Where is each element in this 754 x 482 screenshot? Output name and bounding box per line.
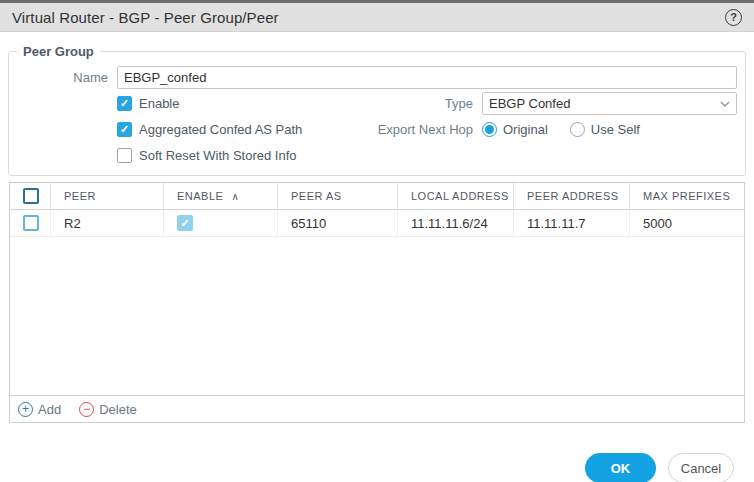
peers-table: PEER ENABLE ∧ PEER AS LOCAL ADDRESS PEER… <box>9 182 745 423</box>
name-row: Name <box>9 66 737 89</box>
cell-enable[interactable] <box>163 210 277 236</box>
enable-checkbox-label: Enable <box>139 96 179 111</box>
soft-reset-checkbox-label: Soft Reset With Stored Info <box>139 148 297 163</box>
name-label: Name <box>9 70 117 85</box>
table-row[interactable]: R2 65110 11.11.11.6/24 11.11.11.7 5000 <box>10 210 744 237</box>
export-next-hop-radio-group: Original Use Self <box>482 122 640 137</box>
column-header-enable[interactable]: ENABLE ∧ <box>163 183 277 209</box>
cell-peer-address[interactable]: 11.11.11.7 <box>513 210 629 236</box>
soft-reset-checkbox[interactable] <box>117 148 132 163</box>
cell-peer-as[interactable]: 65110 <box>277 210 397 236</box>
type-label: Type <box>369 96 482 111</box>
column-header-max-prefixes[interactable]: MAX PREFIXES <box>629 183 744 209</box>
column-header-peer[interactable]: PEER <box>50 183 163 209</box>
aggregated-confed-checkbox[interactable] <box>117 122 132 137</box>
column-header-peer-as[interactable]: PEER AS <box>277 183 397 209</box>
name-input[interactable] <box>117 66 737 89</box>
type-select[interactable]: EBGP Confed <box>482 92 737 115</box>
original-radio[interactable] <box>482 122 497 137</box>
use-self-radio[interactable] <box>570 122 585 137</box>
ok-button[interactable]: OK <box>585 453 656 482</box>
aggregated-confed-checkbox-label: Aggregated Confed AS Path <box>139 122 302 137</box>
add-plus-icon: + <box>18 402 33 417</box>
enable-type-row: Enable Type EBGP Confed <box>9 92 737 115</box>
delete-minus-icon: − <box>79 402 94 417</box>
soft-reset-row: Soft Reset With Stored Info <box>9 144 737 167</box>
cell-peer[interactable]: R2 <box>50 210 163 236</box>
row-select-checkbox[interactable] <box>23 215 39 231</box>
dialog-content: Peer Group Name Enable Type EBGP Confed <box>0 32 754 482</box>
help-icon[interactable]: ? <box>725 9 742 26</box>
dialog-titlebar: Virtual Router - BGP - Peer Group/Peer ? <box>0 0 754 32</box>
peer-group-legend: Peer Group <box>17 44 100 59</box>
dialog-title: Virtual Router - BGP - Peer Group/Peer <box>12 9 279 26</box>
delete-button[interactable]: − Delete <box>79 402 137 417</box>
aggregated-exporthop-row: Aggregated Confed AS Path Export Next Ho… <box>9 118 737 141</box>
enable-checkbox[interactable] <box>117 96 132 111</box>
sort-ascending-icon: ∧ <box>231 191 239 202</box>
cell-local-address[interactable]: 11.11.11.6/24 <box>397 210 513 236</box>
enabled-check-icon <box>177 215 193 231</box>
table-header-row: PEER ENABLE ∧ PEER AS LOCAL ADDRESS PEER… <box>10 183 744 210</box>
peer-group-fieldset: Peer Group Name Enable Type EBGP Confed <box>8 44 746 176</box>
table-empty-area <box>10 237 744 395</box>
type-select-value: EBGP Confed <box>489 96 720 111</box>
export-next-hop-label: Export Next Hop <box>369 122 482 137</box>
column-header-local-address[interactable]: LOCAL ADDRESS <box>397 183 513 209</box>
cancel-button[interactable]: Cancel <box>668 453 734 482</box>
column-header-peer-address[interactable]: PEER ADDRESS <box>513 183 629 209</box>
select-all-checkbox[interactable] <box>23 188 39 204</box>
cell-max-prefixes[interactable]: 5000 <box>629 210 744 236</box>
dialog-footer: OK Cancel <box>8 453 746 482</box>
add-button[interactable]: + Add <box>18 402 61 417</box>
table-toolbar: + Add − Delete <box>10 395 744 422</box>
use-self-radio-label: Use Self <box>591 122 640 137</box>
original-radio-label: Original <box>503 122 548 137</box>
chevron-down-icon <box>720 101 730 107</box>
